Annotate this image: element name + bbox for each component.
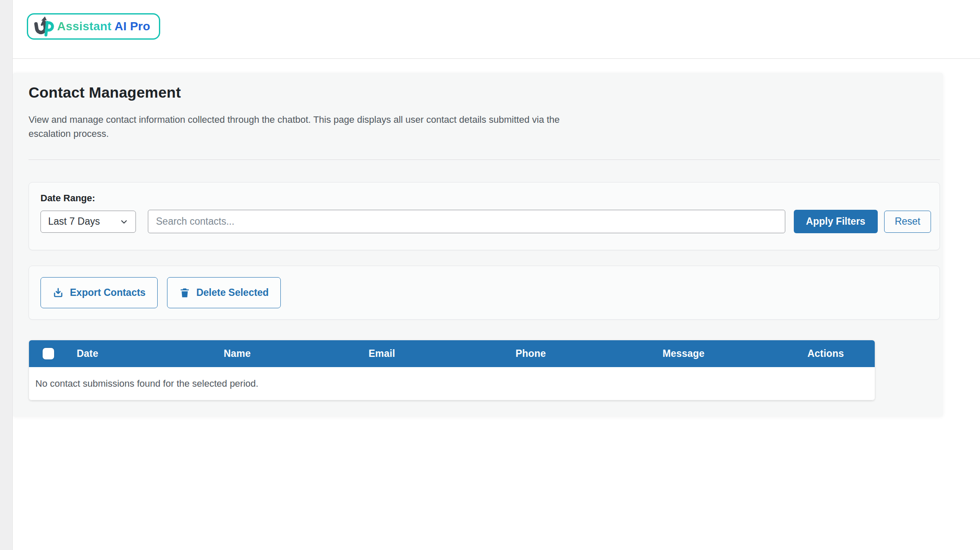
column-header-phone: Phone (506, 340, 653, 367)
filters-card: Date Range: Last 7 Days Apply Filters Re… (29, 182, 940, 250)
empty-state-message: No contact submissions found for the sel… (29, 367, 875, 400)
contact-management-panel: Contact Management View and manage conta… (13, 73, 943, 417)
section-divider (29, 159, 940, 160)
brand-name: AssistantAI Pro (57, 20, 150, 33)
admin-sidebar-rail (0, 0, 13, 550)
date-range-value: Last 7 Days (48, 216, 100, 227)
brand-name-primary: Assistant (57, 20, 112, 33)
bulk-actions-card: Export Contacts Delete Selected (29, 266, 940, 320)
contacts-table: Date Name Email Phone Message Actions No… (29, 340, 875, 400)
reset-button[interactable]: Reset (884, 211, 931, 233)
table-row: No contact submissions found for the sel… (29, 367, 875, 400)
column-header-email: Email (359, 340, 506, 367)
chevron-down-icon (119, 217, 129, 226)
top-header-bar: AssistantAI Pro (13, 0, 980, 59)
export-contacts-label: Export Contacts (70, 287, 146, 298)
select-all-checkbox[interactable] (43, 348, 54, 359)
date-range-label: Date Range: (40, 193, 931, 204)
select-all-cell (29, 340, 67, 367)
apply-filters-button[interactable]: Apply Filters (794, 210, 878, 233)
page-title: Contact Management (29, 84, 940, 101)
delete-selected-button[interactable]: Delete Selected (167, 277, 281, 308)
date-range-select[interactable]: Last 7 Days (40, 211, 136, 233)
brand-logo: AssistantAI Pro (27, 13, 160, 40)
brand-name-secondary: AI Pro (115, 20, 150, 33)
search-input[interactable] (148, 210, 785, 233)
download-icon (52, 287, 64, 298)
table-header: Date Name Email Phone Message Actions (29, 340, 875, 367)
column-header-name: Name (214, 340, 359, 367)
trash-icon (179, 287, 190, 298)
column-header-message: Message (653, 340, 798, 367)
column-header-date: Date (67, 340, 214, 367)
column-header-actions: Actions (798, 340, 875, 367)
filters-row: Last 7 Days Apply Filters Reset (40, 210, 931, 233)
delete-selected-label: Delete Selected (196, 287, 269, 298)
up-arrow-monogram-icon (32, 16, 55, 37)
page-description: View and manage contact information coll… (29, 113, 576, 141)
export-contacts-button[interactable]: Export Contacts (40, 277, 158, 308)
